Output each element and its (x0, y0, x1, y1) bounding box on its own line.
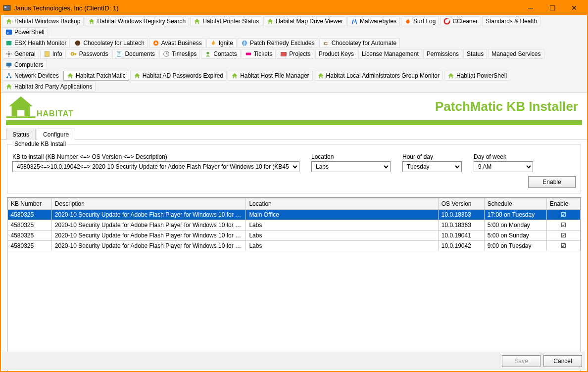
chocolatey-automate-label: Chocolatey for Automate (332, 40, 396, 46)
table-row[interactable]: 45803252020-10 Security Update for Adobe… (8, 241, 581, 251)
avast-icon (152, 40, 159, 46)
svg-point-21 (71, 52, 73, 55)
svg-rect-32 (281, 52, 287, 56)
avast-business[interactable]: Avast Business (149, 38, 205, 48)
standards-health[interactable]: Standards & Health (482, 16, 540, 26)
cell-os-version: 10.0.18363 (438, 210, 484, 220)
col-os-version[interactable]: OS Version (438, 198, 484, 210)
kb-table[interactable]: KB Number Description Location OS Versio… (7, 197, 581, 372)
habitat-printer-status[interactable]: Habitat Printer Status (190, 16, 262, 26)
cell-description: 2020-10 Security Update for Adobe Flash … (51, 231, 246, 241)
svg-point-11 (75, 41, 81, 46)
cell-location: Labs (246, 231, 438, 241)
svg-marker-41 (318, 73, 323, 79)
permissions[interactable]: Permissions (423, 49, 462, 59)
info-label: Info (52, 50, 62, 57)
ticket-icon (245, 50, 252, 57)
enable-checkbox[interactable]: ☑ (561, 222, 566, 229)
habitat-host-file-manager[interactable]: Habitat Host File Manager (228, 71, 312, 81)
habitat-3rd-party-apps[interactable]: Habitat 3rd Party Applications (2, 82, 96, 92)
hour-of-day-select[interactable]: Tuesday (402, 161, 462, 172)
minimize-button[interactable]: ─ (520, 1, 541, 15)
habitat-map-drive-viewer[interactable]: Habitat Map Drive Viewer (263, 16, 346, 26)
status[interactable]: Status (463, 49, 487, 59)
kb-to-install-select[interactable]: 4580325<=>10.0.19042<=> 2020-10 Security… (12, 161, 299, 172)
location-label: Location (311, 153, 391, 160)
svg-text:>_: >_ (7, 31, 12, 35)
enable-checkbox[interactable]: ☑ (561, 232, 566, 239)
product-keys[interactable]: Product Keys (315, 49, 357, 59)
tickets[interactable]: Tickets (242, 49, 276, 59)
ccleaner[interactable]: CCleaner (440, 16, 481, 26)
col-enable[interactable]: Enable (546, 198, 580, 210)
documents-label: Documents (125, 50, 155, 57)
timeslips[interactable]: Timeslips (159, 49, 200, 59)
project-icon (280, 50, 287, 57)
contact-icon (204, 50, 211, 57)
chocolatey-labtech[interactable]: Chocolatey for Labtech (71, 38, 147, 48)
mbytes-icon (351, 18, 358, 25)
tab-status[interactable]: Status (6, 129, 36, 140)
day-of-week-select[interactable]: 9 AM (474, 161, 533, 172)
table-row[interactable]: 45803252020-10 Security Update for Adobe… (8, 220, 581, 231)
info[interactable]: Info (40, 49, 66, 59)
habitat-ad-passwords-expired[interactable]: Habitat AD Passwords Expired (130, 71, 227, 81)
table-row[interactable]: 45803252020-10 Security Update for Adobe… (8, 210, 581, 220)
ps-icon: >_ (5, 29, 12, 36)
powershell[interactable]: >_PowerShell (2, 27, 48, 37)
esx-health-monitor-label: ESX Health Monitor (14, 40, 66, 46)
habitat-local-admins-group-monitor[interactable]: Habitat Local Administrators Group Monit… (314, 71, 443, 81)
enable-button[interactable]: Enable (528, 176, 576, 188)
col-description[interactable]: Description (51, 198, 246, 210)
ignite-icon (210, 40, 217, 46)
chocolatey-automate[interactable]: C:Chocolatey for Automate (319, 38, 400, 48)
cancel-button[interactable]: Cancel (543, 355, 582, 367)
choco2-icon: C: (323, 40, 330, 46)
cell-enable: ☑ (546, 241, 580, 251)
patch-remedy-excludes[interactable]: Patch Remedy Excludes (238, 38, 318, 48)
malwarebytes[interactable]: Malwarebytes (347, 16, 400, 26)
contacts[interactable]: Contacts (201, 49, 240, 59)
surf-log[interactable]: Surf Log (401, 16, 439, 26)
chocolatey-labtech-label: Chocolatey for Labtech (83, 40, 144, 46)
table-row[interactable]: 45803252020-10 Security Update for Adobe… (8, 231, 581, 241)
page-title: PatchMatic KB Installer (435, 99, 578, 114)
col-schedule[interactable]: Schedule (484, 198, 546, 210)
svg-marker-39 (135, 73, 140, 79)
esx-health-monitor[interactable]: ESX Health Monitor (2, 38, 70, 48)
ignite[interactable]: Ignite (206, 38, 237, 48)
gear-icon (5, 50, 12, 57)
managed-services[interactable]: Managed Services (488, 49, 544, 59)
cell-description: 2020-10 Security Update for Adobe Flash … (51, 220, 246, 231)
documents[interactable]: Documents (112, 49, 158, 59)
close-button[interactable]: ✕ (563, 1, 585, 15)
enable-checkbox[interactable]: ☑ (561, 211, 566, 218)
location-select[interactable]: Labs (311, 161, 391, 172)
tab-configure[interactable]: Configure (37, 129, 75, 140)
habitat-powershell[interactable]: Habitat PowerShell (444, 71, 510, 81)
svg-marker-5 (268, 19, 273, 24)
habitat-windows-backup[interactable]: Habitat Windows Backup (2, 16, 84, 26)
ccleaner-label: CCleaner (452, 18, 478, 25)
projects[interactable]: Projects (277, 49, 314, 59)
passwords[interactable]: Passwords (67, 49, 112, 59)
habitat-patchmatic-label: Habitat PatchMatic (76, 72, 126, 79)
enable-checkbox[interactable]: ☑ (561, 242, 566, 249)
save-button[interactable]: Save (502, 355, 540, 367)
habitat-windows-registry-search[interactable]: Habitat Windows Registry Search (85, 16, 189, 26)
habitat-local-admins-group-monitor-label: Habitat Local Administrators Group Monit… (326, 72, 440, 79)
col-kb-number[interactable]: KB Number (8, 198, 52, 210)
svg-marker-3 (89, 19, 95, 24)
habitat-patchmatic[interactable]: Habitat PatchMatic (63, 71, 129, 81)
general-label: General (14, 50, 36, 57)
network-devices[interactable]: Network Devices (2, 71, 62, 81)
svg-rect-20 (45, 51, 49, 57)
computers[interactable]: Computers (2, 60, 47, 70)
license-management[interactable]: License Management (358, 49, 422, 59)
configure-panel: Schedule KB Install KB to install (KB Nu… (1, 140, 587, 372)
col-location[interactable]: Location (246, 198, 438, 210)
habitat-windows-registry-search-label: Habitat Windows Registry Search (97, 18, 186, 25)
maximize-button[interactable]: ☐ (541, 1, 563, 15)
general[interactable]: General (2, 49, 39, 59)
cell-schedule: 9:00 on Tuesday (484, 241, 546, 251)
